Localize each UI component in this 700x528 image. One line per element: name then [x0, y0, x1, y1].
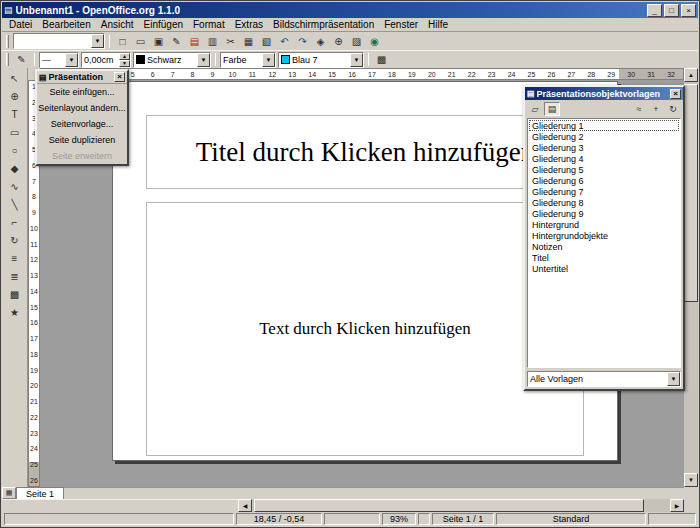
style-list-item[interactable]: Hintergrundobjekte [529, 230, 679, 241]
open-document-icon[interactable]: ▭ [132, 33, 149, 49]
dropdown-arrow-icon[interactable]: ▼ [197, 53, 210, 67]
page-tab[interactable]: Seite 1 [16, 487, 64, 499]
fill-mode-icon[interactable]: ≈ [631, 102, 647, 116]
style-list-item[interactable]: Gliederung 4 [529, 153, 679, 164]
new-style-from-selection-icon[interactable]: + [648, 102, 664, 116]
menu-item[interactable]: Bearbeiten [37, 19, 95, 30]
close-icon[interactable]: × [670, 89, 681, 99]
style-list-item[interactable]: Gliederung 3 [529, 142, 679, 153]
title-placeholder[interactable]: Titel durch Klicken hinzufügen [146, 115, 584, 189]
edit-file-icon[interactable]: ✎ [168, 33, 185, 49]
status-page[interactable]: Seite 1 / 1 [432, 513, 494, 525]
zoom-icon[interactable]: ⊕ [330, 33, 347, 49]
vertical-scroll-thumb[interactable] [684, 84, 698, 302]
scroll-right-icon[interactable]: ▶ [670, 499, 684, 512]
stylist-titlebar[interactable]: ▤ Präsentationsobjektvorlagen × [525, 87, 683, 100]
redo-icon[interactable]: ↷ [294, 33, 311, 49]
ellipse-tool-icon[interactable]: ○ [5, 142, 25, 159]
minimize-icon[interactable]: _ [647, 4, 662, 17]
zoom-tool-icon[interactable]: ⊕ [5, 88, 25, 105]
horizontal-scrollbar[interactable]: ◀ ▶ [2, 499, 684, 512]
effects-tool-icon[interactable]: ★ [5, 304, 25, 321]
menu-item[interactable]: Datei [4, 19, 37, 30]
toolbox-command[interactable]: Seite duplizieren [37, 132, 127, 148]
cut-icon[interactable]: ✂ [222, 33, 239, 49]
connector-tool-icon[interactable]: ⌐ [5, 214, 25, 231]
load-url-input[interactable] [14, 34, 91, 48]
style-list-item[interactable]: Titel [529, 252, 679, 263]
horizontal-scroll-track[interactable] [252, 499, 670, 512]
style-list-item[interactable]: Notizen [529, 241, 679, 252]
vertical-scrollbar[interactable]: ▲ ▼ [684, 68, 698, 487]
toolbox-command[interactable]: Seite einfügen... [37, 84, 127, 100]
toolbox-command[interactable]: Seitenvorlage... [37, 116, 127, 132]
new-document-icon[interactable]: □ [114, 33, 131, 49]
scroll-left-icon[interactable]: ◀ [238, 499, 252, 512]
menu-item[interactable]: Einfügen [139, 19, 188, 30]
line-width-field[interactable]: 0,00cm ▲ ▼ [81, 52, 131, 68]
toolbox-command[interactable]: Seite erweitern [37, 148, 127, 164]
menu-item[interactable]: Hilfe [423, 19, 453, 30]
gallery-icon[interactable]: ▨ [348, 33, 365, 49]
arrow-style-combo[interactable]: — ▼ [39, 52, 79, 68]
horizontal-ruler[interactable]: 1234567891011121314151617181920212223242… [40, 68, 684, 80]
maximize-icon[interactable]: □ [664, 4, 679, 17]
style-list-item[interactable]: Untertitel [529, 263, 679, 274]
toolbar-grip[interactable] [6, 35, 9, 48]
dropdown-arrow-icon[interactable]: ▼ [65, 53, 78, 67]
style-list-item[interactable]: Gliederung 7 [529, 186, 679, 197]
export-pdf-icon[interactable]: ▤ [186, 33, 203, 49]
3d-objects-tool-icon[interactable]: ◆ [5, 160, 25, 177]
close-icon[interactable]: × [681, 4, 696, 17]
vertical-scroll-track[interactable] [684, 82, 698, 473]
line-width-value[interactable]: 0,00cm [82, 53, 119, 67]
style-list-item[interactable]: Gliederung 2 [529, 131, 679, 142]
menu-item[interactable]: Fenster [379, 19, 423, 30]
graphics-styles-icon[interactable]: ▱ [527, 102, 543, 116]
edit-points-icon[interactable]: ✎ [13, 52, 30, 68]
style-list-item[interactable]: Gliederung 9 [529, 208, 679, 219]
rectangle-tool-icon[interactable]: ▭ [5, 124, 25, 141]
close-icon[interactable]: × [114, 72, 125, 82]
scroll-up-icon[interactable]: ▲ [684, 68, 698, 82]
style-list-item[interactable]: Gliederung 6 [529, 175, 679, 186]
load-url-combo[interactable]: ▼ [13, 33, 105, 49]
arrange-tool-icon[interactable]: ≣ [5, 268, 25, 285]
dropdown-arrow-icon[interactable]: ▼ [262, 53, 275, 67]
line-color-combo[interactable]: Schwarz ▼ [133, 52, 211, 68]
copy-icon[interactable]: ▦ [240, 33, 257, 49]
menu-item[interactable]: Extras [230, 19, 268, 30]
presentation-styles-icon[interactable]: ▤ [544, 102, 560, 116]
titlebar[interactable]: ▤ Unbenannt1 - OpenOffice.org 1.1.0 _ □ … [2, 2, 698, 18]
hyperlink-icon[interactable]: ◉ [366, 33, 383, 49]
body-placeholder[interactable]: Text durch Klicken hinzufügen [146, 202, 584, 456]
text-tool-icon[interactable]: T [5, 106, 25, 123]
dropdown-arrow-icon[interactable]: ▼ [350, 53, 363, 67]
style-list-item[interactable]: Hintergrund [529, 219, 679, 230]
scroll-down-icon[interactable]: ▼ [684, 473, 698, 487]
status-page-style[interactable]: Standard [496, 513, 646, 525]
horizontal-scroll-thumb[interactable] [254, 499, 644, 512]
dropdown-arrow-icon[interactable]: ▼ [667, 372, 680, 386]
status-zoom[interactable]: 93% [382, 513, 416, 525]
fill-color-combo[interactable]: Blau 7 ▼ [278, 52, 364, 68]
menu-item[interactable]: Bildschirmpräsentation [268, 19, 379, 30]
undo-icon[interactable]: ↶ [276, 33, 293, 49]
presentation-toolbox-titlebar[interactable]: ▤ Präsentation × [37, 71, 127, 84]
insert-tool-icon[interactable]: ▩ [5, 286, 25, 303]
toolbar-grip[interactable] [6, 53, 9, 66]
lines-arrows-tool-icon[interactable]: ╲ [5, 196, 25, 213]
style-list-item[interactable]: Gliederung 5 [529, 164, 679, 175]
style-list-item[interactable]: Gliederung 8 [529, 197, 679, 208]
curve-tool-icon[interactable]: ∿ [5, 178, 25, 195]
fill-type-combo[interactable]: Farbe ▼ [220, 52, 276, 68]
navigator-icon[interactable]: ◈ [312, 33, 329, 49]
rotate-tool-icon[interactable]: ↻ [5, 232, 25, 249]
toolbox-command[interactable]: Seitenlayout ändern... [37, 100, 127, 116]
menu-item[interactable]: Ansicht [96, 19, 139, 30]
shadow-icon[interactable]: ▩ [373, 52, 390, 68]
style-filter-combo[interactable]: Alle Vorlagen ▼ [527, 371, 681, 387]
spin-down-icon[interactable]: ▼ [119, 60, 130, 67]
paste-icon[interactable]: ▧ [258, 33, 275, 49]
save-document-icon[interactable]: ▣ [150, 33, 167, 49]
